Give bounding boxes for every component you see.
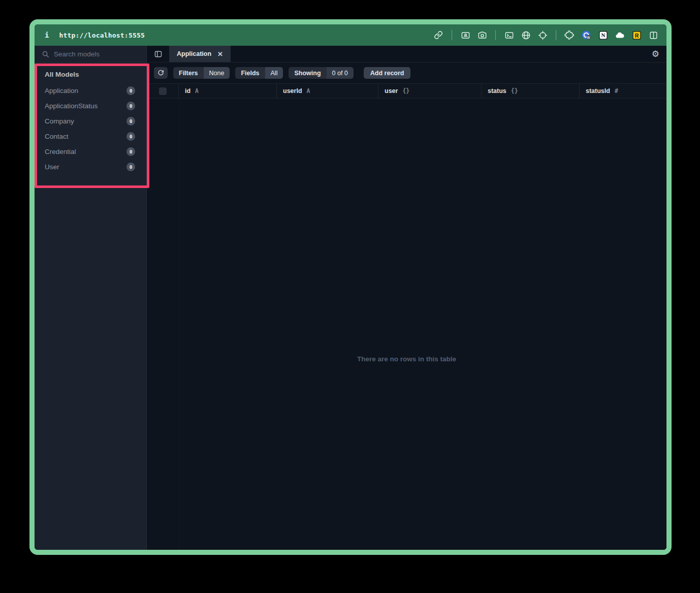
cloud-icon[interactable] — [615, 30, 625, 40]
sidebar-item-contact[interactable]: Contact 0 — [35, 129, 146, 144]
model-label: Credential — [45, 148, 76, 155]
address-url[interactable]: http://localhost:5555 — [59, 32, 145, 39]
showing-indicator[interactable]: Showing 0 of 0 — [289, 67, 353, 79]
refresh-button[interactable] — [154, 67, 168, 79]
search-icon — [42, 50, 49, 58]
extension-puzzle-icon[interactable] — [564, 30, 575, 40]
search-row — [35, 46, 146, 63]
model-label: ApplicationStatus — [45, 102, 98, 110]
fields-label: Fields — [235, 67, 265, 79]
column-header-id[interactable]: id A — [179, 84, 277, 98]
count-badge: 0 — [126, 147, 135, 156]
filters-value: None — [204, 67, 230, 79]
search-models-input[interactable] — [54, 50, 139, 58]
type-string-icon: A — [195, 87, 199, 95]
fields-value: All — [265, 67, 283, 79]
terminal-icon[interactable] — [504, 30, 514, 40]
count-badge: 0 — [126, 102, 135, 110]
column-divider — [179, 99, 179, 550]
sidebar-item-application[interactable]: Application 0 — [35, 83, 146, 98]
svg-text:R: R — [634, 32, 639, 38]
crosshair-icon[interactable] — [537, 30, 548, 40]
camera-icon[interactable] — [477, 30, 487, 40]
main-panel: Application ✕ ⚙ Filters None Fiel — [147, 46, 666, 550]
sidebar-item-user[interactable]: User 0 — [35, 159, 146, 174]
column-header-statusid[interactable]: statusId # — [580, 84, 666, 98]
type-number-icon: # — [615, 87, 618, 95]
models-sidebar: All Models Application 0 ApplicationStat… — [35, 46, 147, 550]
count-badge: 0 — [126, 132, 135, 141]
count-badge: 0 — [126, 117, 135, 126]
sidebar-item-company[interactable]: Company 0 — [35, 113, 146, 129]
type-object-icon: {} — [402, 87, 409, 95]
password-manager-icon[interactable] — [581, 30, 591, 40]
select-all-checkbox[interactable] — [159, 87, 167, 95]
globe-icon[interactable] — [521, 30, 531, 40]
filters-label: Filters — [173, 67, 204, 79]
tab-application[interactable]: Application ✕ — [169, 46, 231, 62]
model-label: Company — [45, 117, 74, 125]
toolbar-separator — [495, 30, 496, 40]
select-all-cell — [147, 84, 179, 98]
model-label: Application — [45, 87, 78, 95]
count-badge: 0 — [126, 86, 135, 95]
table-header: id A userId A user {} status {} statusId — [147, 83, 666, 99]
raycast-icon[interactable]: R — [631, 30, 642, 40]
column-header-status[interactable]: status {} — [482, 84, 580, 98]
column-header-user[interactable]: user {} — [378, 84, 482, 98]
fields-button[interactable]: Fields All — [235, 67, 283, 79]
split-view-icon[interactable] — [648, 30, 658, 40]
model-label: Contact — [45, 133, 69, 140]
table-toolbar: Filters None Fields All Showing 0 of 0 A… — [147, 63, 666, 83]
add-record-button[interactable]: Add record — [364, 67, 411, 79]
models-list: All Models Application 0 ApplicationStat… — [35, 71, 146, 174]
tab-close-icon[interactable]: ✕ — [217, 51, 223, 57]
type-string-icon: A — [307, 87, 310, 95]
sidebar-toggle-icon[interactable] — [147, 46, 169, 62]
table-body: There are no rows in this table — [147, 99, 666, 550]
model-label: User — [45, 163, 59, 171]
column-header-userid[interactable]: userId A — [277, 84, 378, 98]
tab-bar: Application ✕ ⚙ — [147, 46, 666, 63]
models-section-title: All Models — [35, 71, 146, 78]
tab-label: Application — [177, 50, 211, 57]
link-icon[interactable] — [433, 30, 443, 40]
filters-button[interactable]: Filters None — [173, 67, 230, 79]
svg-text:N: N — [601, 32, 605, 38]
empty-table-message: There are no rows in this table — [147, 355, 666, 363]
app-window: i http://localhost:5555 — [29, 19, 672, 555]
notion-icon[interactable]: N — [598, 30, 608, 40]
settings-gear-icon[interactable]: ⚙ — [652, 46, 659, 63]
browser-titlebar: i http://localhost:5555 — [35, 24, 666, 46]
screenshot-icon[interactable] — [460, 30, 470, 40]
info-icon: i — [45, 31, 49, 39]
toolbar-separator — [556, 30, 556, 40]
sidebar-item-applicationstatus[interactable]: ApplicationStatus 0 — [35, 98, 146, 113]
showing-label: Showing — [289, 67, 326, 79]
toolbar-separator — [452, 30, 452, 40]
titlebar-toolbar: N R — [433, 30, 658, 40]
showing-value: 0 of 0 — [327, 67, 354, 79]
sidebar-item-credential[interactable]: Credential 0 — [35, 144, 146, 159]
type-object-icon: {} — [511, 87, 518, 95]
count-badge: 0 — [126, 163, 135, 171]
